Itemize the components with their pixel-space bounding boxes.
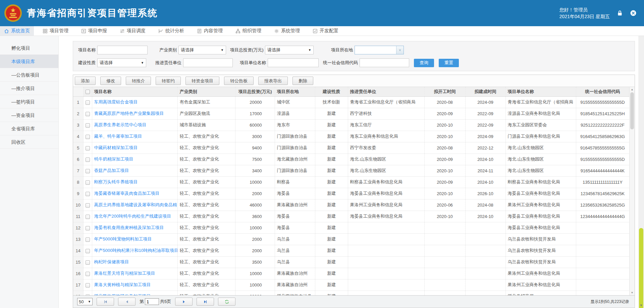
table-row[interactable]: 16 果洛红景天培育与精深加工项目 轻工、农牧业产业化 10000 果洛藏族自治… [73, 268, 629, 279]
table-scroll-thumb[interactable] [630, 92, 634, 129]
toolbar-button[interactable]: 删除 [292, 77, 313, 85]
project-name-link[interactable]: 海晏藏香猪屠宰及肉食品加工项目 [94, 191, 160, 196]
toolbar-button[interactable]: 转公告板 [224, 77, 254, 85]
table-row[interactable]: 18 循化民族服饰研发及加工项目 轻工、农牧业产业化 20000 循化撒拉族自治… [73, 291, 629, 295]
project-name-input[interactable] [97, 46, 148, 54]
sidebar-item[interactable]: 回收区 [0, 135, 58, 149]
table-row[interactable]: 6 牦牛奶精深加工项目 轻工、农牧业产业化 7500 海北藏族自治州 新建 海北… [73, 153, 629, 165]
nav-item[interactable]: 项目管理 [39, 26, 72, 36]
investment-select[interactable]: 请选择▼ [265, 46, 314, 54]
table-row[interactable]: 13 年产5000吨宠物饲料加工项目 轻工、农牧业产业化 2000 乌兰县 新建… [73, 233, 629, 245]
responsible-unit-input[interactable] [183, 58, 233, 67]
col-credit-code[interactable]: 统一社会信用代码 [576, 87, 629, 96]
row-checkbox[interactable] [86, 272, 90, 276]
sidebar-item[interactable]: —公告板项目 [0, 68, 58, 82]
project-name-link[interactable]: 循化民族服饰研发及加工项目 [94, 294, 151, 295]
industry-select[interactable]: 请选择▼ [178, 46, 226, 54]
project-name-link[interactable]: 枸杞叶保健茶项目 [94, 259, 129, 264]
table-row[interactable]: 12 海晏有机食用燕麦种植及深加工项目 轻工、农牧业产业化 10000 海晏县 … [73, 222, 629, 233]
select-all-checkbox[interactable] [86, 90, 90, 94]
prev-page-button[interactable] [118, 298, 136, 306]
nav-item[interactable]: 系统首页 [0, 26, 34, 36]
sidebar-item[interactable]: —资金项目 [0, 108, 58, 122]
table-row[interactable]: 11 海北年产200吨牦牛肉松生产线建设项目 轻工、农牧业产业化 3600 海晏… [73, 211, 629, 222]
project-name-link[interactable]: 果洛红景天培育与精深加工项目 [94, 271, 155, 276]
row-checkbox[interactable] [86, 135, 90, 139]
project-name-link[interactable]: 藏羊、牦牛屠宰加工项目 [94, 134, 142, 139]
project-name-link[interactable]: 青藏高原原产地特色产业聚集园项目 [94, 111, 164, 116]
page-scrollbar[interactable]: ▼ [638, 36, 644, 308]
project-name-link[interactable]: 香菇产品加工项目 [94, 168, 129, 173]
table-row[interactable]: 9 海晏藏香猪屠宰及肉食品加工项目 轻工、农牧业产业化 2000 海晏县 新建 … [73, 188, 629, 199]
lock-icon[interactable] [616, 10, 623, 16]
table-row[interactable]: 10 高原土鸡养殖基地建设及屠宰和鸡肉食品精 轻工、农牧业产业化 46000 果… [73, 199, 629, 211]
toolbar-button[interactable]: 转资金项目 [185, 77, 219, 85]
page-number-input[interactable] [145, 298, 159, 305]
col-location[interactable]: 项目所在地 [275, 87, 315, 96]
row-checkbox[interactable] [86, 203, 90, 208]
nav-item[interactable]: 组织管理 [231, 26, 265, 36]
page-size-select[interactable]: 50 ▼ [77, 298, 93, 305]
col-project-name[interactable]: 项目名称 [92, 87, 177, 96]
row-checkbox[interactable] [86, 283, 90, 288]
project-name-link[interactable]: 年产5000吨宠物饲料加工项目 [94, 236, 152, 241]
toolbar-button[interactable]: 报表导出 [258, 77, 288, 85]
nav-item[interactable]: 开发配置 [309, 26, 342, 36]
row-checkbox[interactable] [86, 180, 90, 185]
project-name-link[interactable]: 海北年产200吨牦牛肉松生产线建设项目 [94, 214, 171, 219]
last-page-button[interactable] [197, 298, 214, 306]
row-checkbox[interactable] [86, 112, 90, 116]
location-combobox[interactable]: ˅ [355, 46, 404, 54]
scroll-up-icon[interactable]: ▲ [630, 87, 635, 92]
row-checkbox[interactable] [86, 146, 90, 150]
project-name-link[interactable]: 高原养生养老示范中心项目 [94, 122, 147, 127]
table-row[interactable]: 3 高原养生养老示范中心项目 城市基础设施 60000 海东市 新建 海东工信厅… [73, 119, 629, 131]
table-row[interactable]: 5 中藏药材精深加工项目 轻工、农牧业产业化 9400 门源回族自治县 新建 西… [73, 142, 629, 153]
toolbar-button[interactable]: 添加 [75, 77, 96, 85]
first-page-button[interactable] [97, 298, 114, 306]
col-industry[interactable]: 产业类别 [177, 87, 235, 96]
nav-item[interactable]: 内容管理 [193, 26, 227, 36]
page-scroll-thumb[interactable] [639, 228, 643, 308]
row-checkbox[interactable] [86, 169, 90, 173]
row-checkbox[interactable] [86, 226, 90, 230]
nav-item[interactable]: 项目申报 [77, 26, 111, 36]
chevron-down-icon[interactable]: ˅ [396, 46, 404, 54]
table-row[interactable]: 2 青藏高原原产地特色产业聚集园项目 产业园区及物流 17000 湟源县 新建 … [73, 108, 629, 119]
project-name-link[interactable]: 牦牛奶精深加工项目 [94, 157, 133, 162]
search-button[interactable]: 查询 [414, 59, 434, 67]
row-checkbox[interactable] [86, 123, 90, 128]
col-start-date[interactable]: 拟开工时间 [424, 87, 465, 96]
scroll-down-icon[interactable]: ▼ [630, 290, 635, 295]
table-row[interactable]: 4 藏羊、牦牛屠宰加工项目 轻工、农牧业产业化 3000 门源回族自治县 新建 … [73, 131, 629, 142]
project-name-link[interactable]: 海晏有机食用燕麦种植及深加工项目 [94, 225, 164, 230]
table-row[interactable]: 7 香菇产品加工项目 轻工、农牧业产业化 3400 门源回族自治县 新建 海北.… [73, 165, 629, 176]
col-nature[interactable]: 建设性质 [315, 87, 348, 96]
sidebar-item[interactable]: —签约项目 [0, 95, 58, 108]
table-row[interactable]: 8 刚察万头牦牛养殖项目 轻工、农牧业产业化 10000 刚察县 新建 刚察县工… [73, 176, 629, 188]
nav-item[interactable]: 项目调度 [116, 26, 150, 36]
row-checkbox[interactable] [86, 260, 90, 265]
project-org-input[interactable] [268, 58, 319, 67]
col-investment[interactable]: 项目总投资(万元) [235, 87, 275, 96]
col-unit[interactable]: 推进责任单位 [348, 87, 424, 96]
sidebar-item[interactable]: 本级项目库 [0, 55, 58, 68]
sidebar-item[interactable]: —推介项目 [0, 82, 58, 95]
table-row[interactable]: 14 年产5000吨枸杞果汁和10吨枸杞油萃取项目 轻工、农牧业产业化 2000… [73, 245, 629, 256]
next-page-button[interactable] [175, 298, 193, 306]
sidebar-item[interactable]: 孵化项目 [0, 41, 58, 55]
refresh-button[interactable] [218, 298, 235, 306]
nav-item[interactable]: 系统管理 [270, 26, 304, 36]
col-org-name[interactable]: 项目单位名称 [505, 87, 576, 96]
nav-item[interactable]: 统计分析 [154, 26, 188, 36]
toolbar-button[interactable]: 修改 [100, 77, 121, 85]
table-scrollbar[interactable]: ▲ ▼ [629, 87, 635, 295]
reset-button[interactable]: 重置 [439, 59, 459, 67]
row-checkbox[interactable] [86, 158, 90, 162]
project-name-link[interactable]: 中藏药材精深加工项目 [94, 145, 138, 150]
toolbar-button[interactable]: 转签约 [156, 77, 181, 85]
credit-code-input[interactable] [360, 58, 409, 67]
page-scroll-down-icon[interactable]: ▼ [638, 302, 644, 308]
row-checkbox[interactable] [86, 192, 90, 196]
logout-close-icon[interactable] [630, 10, 637, 16]
